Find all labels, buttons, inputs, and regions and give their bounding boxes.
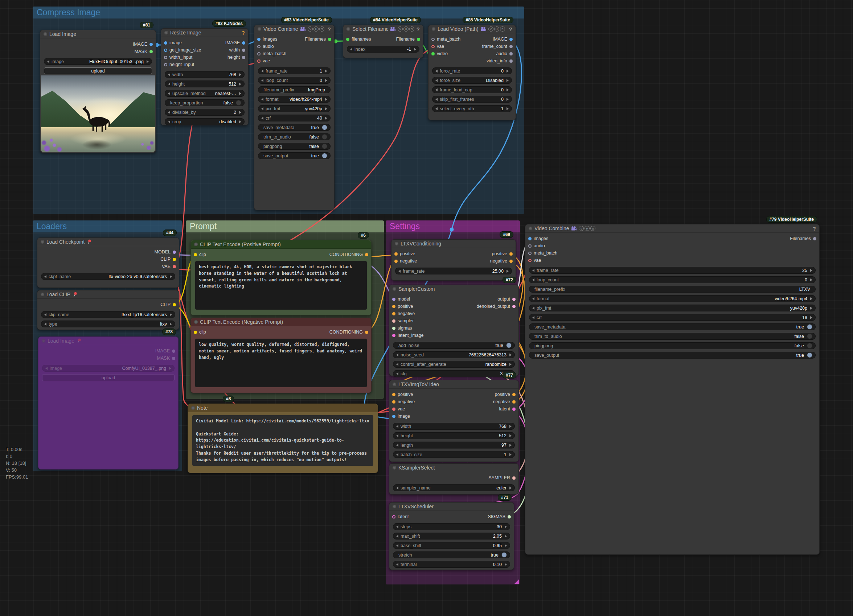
output-port-SAMPLER[interactable]: SAMPLER [486, 475, 516, 480]
widget-noise_seed[interactable]: noise_seed768225626476313 [393, 351, 515, 358]
increment-arrow-icon[interactable] [507, 79, 509, 82]
increment-arrow-icon[interactable] [239, 120, 241, 123]
help-icon[interactable]: ? [813, 226, 816, 232]
port-dot[interactable] [392, 305, 396, 308]
widget-sampler_name[interactable]: sampler_nameeuler [393, 484, 515, 491]
increment-arrow-icon[interactable] [810, 307, 812, 310]
decrement-arrow-icon[interactable] [396, 354, 398, 356]
port-dot[interactable] [431, 52, 435, 56]
decrement-arrow-icon[interactable] [44, 275, 46, 278]
output-port-CLIP[interactable]: CLIP [158, 302, 176, 307]
port-dot[interactable] [512, 298, 516, 301]
collapse-dot[interactable] [529, 227, 532, 230]
widget-batch_size[interactable]: batch_size1 [393, 451, 515, 458]
decrement-arrow-icon[interactable] [350, 48, 352, 51]
input-port-width_input[interactable]: width_input [164, 55, 194, 60]
increment-arrow-icon[interactable] [509, 354, 511, 356]
input-port-audio[interactable]: audio [257, 44, 276, 49]
widget-height[interactable]: height512 [165, 80, 244, 87]
port-dot[interactable] [431, 45, 435, 48]
input-port-video[interactable]: video [431, 51, 450, 56]
port-dot[interactable] [164, 63, 167, 67]
node-header[interactable]: Note [188, 404, 378, 412]
decrement-arrow-icon[interactable] [532, 297, 534, 300]
port-dot[interactable] [509, 38, 513, 41]
node-header[interactable]: KSamplerSelect [389, 464, 519, 472]
decrement-arrow-icon[interactable] [396, 363, 398, 366]
input-port-vae[interactable]: vae [257, 58, 272, 64]
port-dot[interactable] [392, 334, 396, 337]
decrement-arrow-icon[interactable] [398, 270, 401, 272]
port-dot[interactable] [392, 407, 396, 411]
input-port-meta_batch[interactable]: meta_batch [431, 36, 463, 42]
collapse-dot[interactable] [393, 466, 396, 469]
port-dot[interactable] [813, 237, 817, 241]
decrement-arrow-icon[interactable] [532, 269, 534, 272]
input-port-latent_image[interactable]: latent_image [392, 333, 426, 338]
group-title[interactable]: Settings [386, 221, 520, 232]
output-port-latent[interactable]: latent [497, 406, 516, 412]
input-port-latent[interactable]: latent [392, 514, 411, 519]
port-dot[interactable] [328, 38, 331, 41]
port-dot[interactable] [346, 38, 349, 41]
increment-arrow-icon[interactable] [810, 297, 812, 300]
node-load-checkpoint-44[interactable]: #44 Load Checkpoint MODELCLIPVAE ckpt_na… [37, 238, 179, 288]
port-dot[interactable] [512, 477, 516, 480]
widget-save_output[interactable]: save_outputtrue [258, 152, 331, 159]
decrement-arrow-icon[interactable] [46, 367, 47, 370]
increment-arrow-icon[interactable] [507, 88, 509, 91]
widget-width[interactable]: width768 [393, 423, 515, 430]
port-dot[interactable] [528, 244, 531, 248]
port-dot[interactable] [392, 319, 396, 323]
port-dot[interactable] [509, 260, 513, 263]
note-textarea[interactable]: Civitai Model Link: https://civitai.com/… [192, 415, 373, 466]
widget-select_every_nth[interactable]: select_every_nth1 [432, 105, 512, 112]
node-note-8[interactable]: #8 Note Civitai Model Link: https://civi… [188, 404, 378, 473]
port-dot[interactable] [392, 298, 396, 301]
negative-prompt-textarea[interactable]: low quality, worst quality, deformed, di… [195, 339, 367, 387]
output-port-IMAGE[interactable]: IMAGE [223, 40, 245, 45]
input-port-images[interactable]: images [257, 36, 279, 42]
collapse-dot[interactable] [164, 31, 168, 35]
output-port-IMAGE[interactable]: IMAGE [131, 42, 153, 47]
port-dot[interactable] [392, 312, 396, 315]
output-port-Filename[interactable]: Filename [394, 36, 420, 42]
collapse-dot[interactable] [432, 27, 436, 31]
toggle-knob[interactable] [236, 100, 241, 106]
decrement-arrow-icon[interactable] [436, 79, 437, 82]
input-port-vae[interactable]: vae [528, 258, 543, 263]
output-port-Filenames[interactable]: Filenames [303, 36, 331, 42]
increment-arrow-icon[interactable] [507, 98, 509, 101]
collapse-dot[interactable] [44, 32, 47, 36]
port-dot[interactable] [149, 50, 153, 53]
widget-crop[interactable]: cropdisabled [165, 118, 244, 125]
widget-control_after_generate[interactable]: control_after_generaterandomize [393, 361, 515, 368]
port-dot[interactable] [509, 59, 513, 63]
node-select-filename-84[interactable]: #84 VideoHelperSuite Select Filename VHS… [343, 25, 423, 58]
decrement-arrow-icon[interactable] [532, 307, 534, 310]
toggle-knob[interactable] [322, 134, 327, 139]
widget-upscale_method[interactable]: upscale_methodnearest-… [165, 90, 244, 97]
increment-arrow-icon[interactable] [239, 83, 241, 86]
collapse-dot[interactable] [395, 242, 398, 245]
increment-arrow-icon[interactable] [170, 313, 172, 316]
port-dot[interactable] [512, 305, 516, 308]
widget-filename_prefix[interactable]: filename_prefixLTXV [529, 286, 816, 293]
output-port-video_info[interactable]: video_info [484, 58, 513, 64]
increment-arrow-icon[interactable] [507, 270, 509, 272]
widget-frame_rate[interactable]: frame_rate25.00 [395, 268, 512, 274]
toggle-knob[interactable] [807, 324, 812, 330]
widget-pix_fmt[interactable]: pix_fmtyuv420p [258, 105, 331, 112]
widget-clip_name[interactable]: clip_namet5xxl_fp16.safetensors [41, 311, 175, 318]
port-dot[interactable] [164, 56, 167, 59]
port-dot[interactable] [528, 237, 531, 241]
input-port-image[interactable]: image [392, 414, 412, 419]
widget-format[interactable]: formatvideo/h264-mp4 [258, 96, 331, 103]
increment-arrow-icon[interactable] [505, 535, 507, 538]
node-ltxv-scheduler-71[interactable]: #71 LTXVScheduler latentSIGMAS steps30ma… [389, 502, 514, 570]
decrement-arrow-icon[interactable] [44, 313, 46, 316]
input-port-vae[interactable]: vae [431, 44, 446, 49]
port-dot[interactable] [194, 331, 197, 334]
port-dot[interactable] [392, 393, 396, 396]
node-video-combine-79[interactable]: #79 VideoHelperSuite Video Combine VHS ?… [525, 224, 820, 555]
